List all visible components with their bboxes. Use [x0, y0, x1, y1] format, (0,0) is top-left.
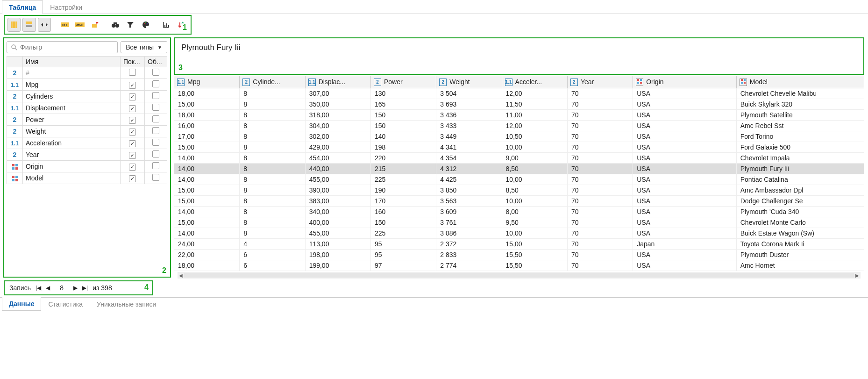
show-checkbox[interactable] — [121, 67, 145, 79]
cell[interactable]: 10,00 — [502, 142, 567, 153]
show-checkbox[interactable]: ✓ — [121, 149, 145, 161]
grid-column-header[interactable]: 2Cylinde... — [240, 76, 305, 88]
type-select[interactable]: Все типы ▼ — [121, 41, 167, 53]
cell[interactable]: 70 — [567, 110, 633, 121]
cell[interactable]: 340,00 — [305, 207, 370, 217]
horizontal-scrollbar[interactable]: ◀ ▶ — [178, 272, 861, 279]
cell[interactable]: USA — [633, 99, 737, 110]
obj-checkbox[interactable] — [145, 67, 167, 79]
show-checkbox[interactable]: ✓ — [121, 114, 145, 126]
cell[interactable]: 3 609 — [436, 207, 502, 217]
cell[interactable]: 70 — [567, 142, 633, 153]
table-row[interactable]: 15,008400,001503 7619,5070USAChevrolet M… — [174, 217, 864, 228]
table-row[interactable]: 15,008350,001653 69311,5070USABuick Skyl… — [174, 99, 864, 110]
cell[interactable]: 454,00 — [305, 153, 370, 164]
cell[interactable]: Plymouth Fury Iii — [736, 164, 864, 174]
cell[interactable]: USA — [633, 121, 737, 131]
show-checkbox[interactable]: ✓ — [121, 137, 145, 149]
table-row[interactable]: 14,008455,002253 08610,0070USABuick Esta… — [174, 228, 864, 239]
cell[interactable]: 150 — [370, 217, 436, 228]
cell[interactable]: 10,00 — [502, 196, 567, 207]
cell[interactable]: 18,00 — [174, 260, 240, 271]
column-row[interactable]: 2Power✓ — [7, 114, 167, 126]
cell[interactable]: 8 — [240, 110, 305, 121]
cell[interactable]: Amc Rebel Sst — [736, 121, 864, 131]
cell[interactable]: Buick Skylark 320 — [736, 99, 864, 110]
show-checkbox[interactable]: ✓ — [121, 102, 145, 114]
cell[interactable]: 2 372 — [436, 239, 502, 250]
cell[interactable]: 12,00 — [502, 88, 567, 99]
cell[interactable]: 198,00 — [305, 250, 370, 260]
cell[interactable]: 302,00 — [305, 131, 370, 142]
cell[interactable]: 8 — [240, 207, 305, 217]
cell[interactable]: 8 — [240, 174, 305, 185]
show-checkbox[interactable]: ✓ — [121, 79, 145, 91]
table-row[interactable]: 14,008455,002254 42510,0070USAPontiac Ca… — [174, 174, 864, 185]
cell[interactable]: Amc Hornet — [736, 260, 864, 271]
cell[interactable]: 70 — [567, 153, 633, 164]
obj-checkbox[interactable] — [145, 91, 167, 102]
col-header-name[interactable]: Имя — [23, 57, 121, 67]
cell[interactable]: 4 341 — [436, 142, 502, 153]
cell[interactable]: 8 — [240, 88, 305, 99]
tab-data[interactable]: Данные — [2, 297, 41, 311]
cell[interactable]: Chevrolet Chevelle Malibu — [736, 88, 864, 99]
cell[interactable]: 455,00 — [305, 174, 370, 185]
cell[interactable]: 12,00 — [502, 121, 567, 131]
toolbar-chart[interactable] — [159, 18, 172, 32]
cell[interactable]: USA — [633, 185, 737, 196]
grid-column-header[interactable]: 2Power — [370, 76, 436, 88]
cell[interactable]: 150 — [370, 121, 436, 131]
cell[interactable]: 2 774 — [436, 260, 502, 271]
cell[interactable]: Buick Estate Wagon (Sw) — [736, 228, 864, 239]
cell[interactable]: 390,00 — [305, 185, 370, 196]
cell[interactable]: 70 — [567, 217, 633, 228]
scroll-left-icon[interactable]: ◀ — [178, 273, 184, 278]
cell[interactable]: USA — [633, 174, 737, 185]
cell[interactable]: USA — [633, 207, 737, 217]
cell[interactable]: 70 — [567, 196, 633, 207]
scroll-track[interactable] — [184, 273, 854, 278]
cell[interactable]: USA — [633, 260, 737, 271]
toolbar-btn-2[interactable] — [22, 18, 36, 32]
cell[interactable]: 8 — [240, 99, 305, 110]
cell[interactable]: 18,00 — [174, 110, 240, 121]
cell[interactable]: 8 — [240, 153, 305, 164]
cell[interactable]: 429,00 — [305, 142, 370, 153]
cell[interactable]: 97 — [370, 260, 436, 271]
filter-input[interactable] — [20, 43, 114, 51]
cell[interactable]: 4 354 — [436, 153, 502, 164]
cell[interactable]: 24,00 — [174, 239, 240, 250]
cell[interactable]: 8 — [240, 196, 305, 207]
table-row[interactable]: 14,008454,002204 3549,0070USAChevrolet I… — [174, 153, 864, 164]
column-row[interactable]: 1.1Mpg✓ — [7, 79, 167, 91]
toolbar-export-misc[interactable] — [88, 18, 101, 32]
grid-column-header[interactable]: Origin — [633, 76, 737, 88]
column-row[interactable]: 2# — [7, 67, 167, 79]
cell[interactable]: 15,50 — [502, 250, 567, 260]
table-row[interactable]: 14,008340,001603 6098,0070USAPlymouth 'C… — [174, 207, 864, 217]
toolbar-btn-1[interactable] — [7, 18, 21, 32]
cell[interactable]: USA — [633, 228, 737, 239]
table-row[interactable]: 18,006199,00972 77415,5070USAAmc Hornet — [174, 260, 864, 271]
cell[interactable]: USA — [633, 142, 737, 153]
cell[interactable]: 198 — [370, 142, 436, 153]
cell[interactable]: 9,50 — [502, 217, 567, 228]
obj-checkbox[interactable] — [145, 114, 167, 126]
cell[interactable]: 15,00 — [174, 217, 240, 228]
cell[interactable]: 70 — [567, 185, 633, 196]
obj-checkbox[interactable] — [145, 79, 167, 91]
table-row[interactable]: 14,008440,002154 3128,5070USAPlymouth Fu… — [174, 164, 864, 174]
cell[interactable]: 199,00 — [305, 260, 370, 271]
cell[interactable]: 70 — [567, 99, 633, 110]
column-row[interactable]: 2Cylinders✓ — [7, 91, 167, 102]
cell[interactable]: 70 — [567, 164, 633, 174]
cell[interactable]: USA — [633, 88, 737, 99]
cell[interactable]: USA — [633, 164, 737, 174]
column-row[interactable]: Origin✓ — [7, 161, 167, 172]
cell[interactable]: 70 — [567, 239, 633, 250]
cell[interactable]: 70 — [567, 174, 633, 185]
cell[interactable]: 10,00 — [502, 174, 567, 185]
cell[interactable]: 15,00 — [174, 196, 240, 207]
tab-table[interactable]: Таблица — [2, 0, 43, 14]
